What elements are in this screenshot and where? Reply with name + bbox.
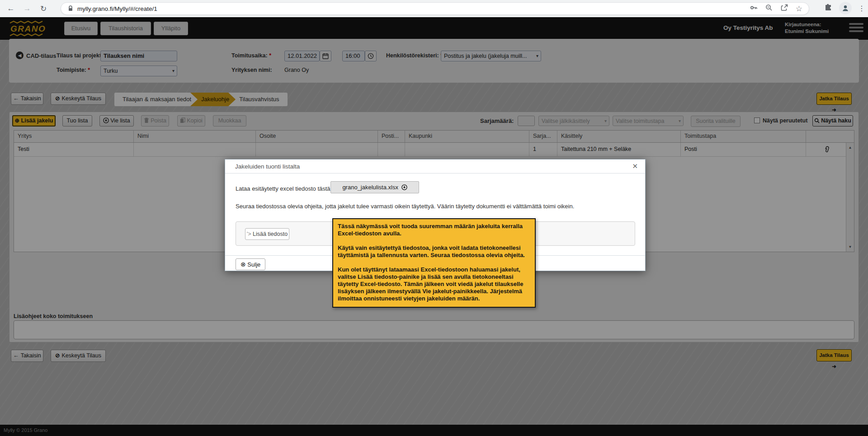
browser-forward-icon[interactable]: → — [21, 2, 33, 15]
address-bar[interactable]: mylly.grano.fi/Mylly/#/create/1 ☆ — [61, 2, 809, 15]
close-circle-icon: ⊗ — [241, 261, 246, 268]
browser-menu-icon[interactable]: ⋮ — [858, 4, 865, 13]
tooltip-paragraph-1: Tässä näkymässä voit tuoda suuremman mää… — [338, 223, 530, 237]
bookmark-star-icon[interactable]: ☆ — [796, 4, 802, 14]
zoom-out-icon[interactable] — [765, 4, 773, 14]
download-template-button[interactable]: grano_jakelulista.xlsx — [330, 181, 419, 193]
browser-back-icon[interactable]: ← — [5, 2, 17, 15]
share-icon[interactable] — [780, 4, 788, 14]
browser-refresh-icon[interactable]: ↻ — [37, 2, 50, 15]
add-file-button[interactable]: '> Lisää tiedosto — [245, 228, 289, 240]
tooltip-paragraph-2: Käytä vain esitäytettyä tiedostoa, jonka… — [338, 244, 530, 259]
help-tooltip: Tässä näkymässä voit tuoda suuremman mää… — [332, 218, 536, 308]
modal-instructions: Seuraa tiedostossa olevia ohjeita, jotta… — [236, 202, 636, 210]
browser-profile-avatar[interactable] — [839, 2, 852, 14]
extensions-puzzle-icon[interactable] — [824, 3, 833, 14]
modal-close-button[interactable]: ⊗ Sulje — [236, 258, 265, 270]
download-template-label: Lataa esitäytetty excel tiedosto tästä: — [236, 185, 332, 192]
browser-toolbar: ← → ↻ mylly.grano.fi/Mylly/#/create/1 ☆ … — [0, 0, 868, 17]
tooltip-paragraph-3: Kun olet täyttänyt lataamaasi Excel-tied… — [338, 266, 530, 302]
password-key-icon[interactable] — [750, 4, 758, 14]
modal-header: Jakeluiden tuonti listalta ✕ — [225, 159, 645, 173]
url-text[interactable]: mylly.grano.fi/Mylly/#/create/1 — [77, 5, 750, 12]
app-page: GRANO Etusivu Tilaushistoria Ylläpito Oy… — [0, 17, 868, 436]
close-icon[interactable]: ✕ — [632, 162, 638, 170]
lock-icon — [67, 5, 74, 12]
modal-title: Jakeluiden tuonti listalta — [235, 163, 300, 170]
upload-icon: '> — [247, 231, 251, 237]
